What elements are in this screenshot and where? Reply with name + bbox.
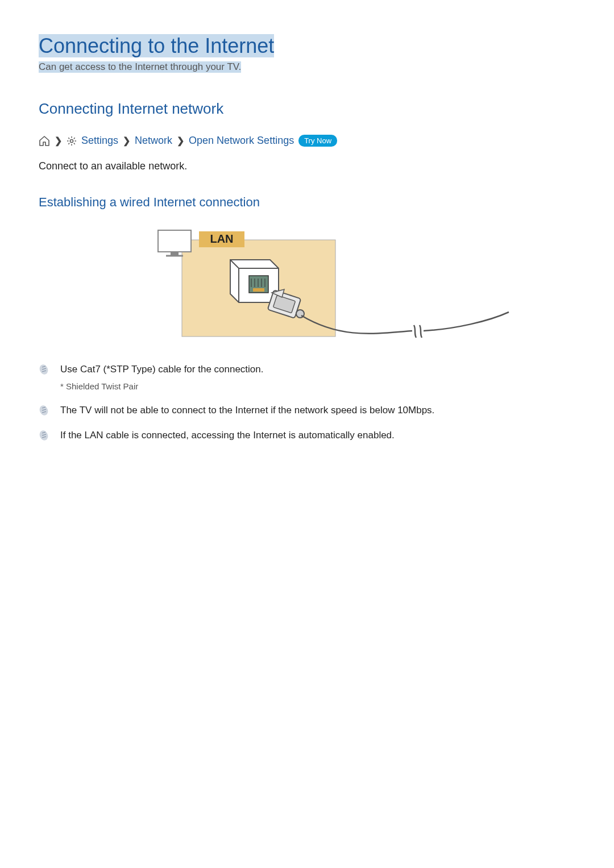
breadcrumb-settings[interactable]: Settings bbox=[81, 135, 118, 147]
page-title: Connecting to the Internet bbox=[39, 34, 274, 58]
notes-list: Use Cat7 (*STP Type) cable for the conne… bbox=[39, 362, 575, 442]
gear-icon bbox=[67, 136, 77, 146]
tv-icon bbox=[158, 230, 191, 256]
svg-rect-12 bbox=[171, 252, 179, 255]
try-now-badge[interactable]: Try Now bbox=[298, 135, 337, 147]
note-item: If the LAN cable is connected, accessing… bbox=[39, 428, 575, 443]
note-text: Use Cat7 (*STP Type) cable for the conne… bbox=[60, 362, 264, 377]
lan-connection-diagram: LAN bbox=[39, 226, 575, 345]
svg-line-7 bbox=[68, 143, 69, 144]
lan-label: LAN bbox=[210, 232, 233, 245]
svg-line-6 bbox=[74, 143, 75, 144]
svg-point-32 bbox=[39, 429, 49, 442]
chevron-icon: ❯ bbox=[123, 135, 130, 146]
subsection-title: Establishing a wired Internet connection bbox=[39, 195, 575, 210]
svg-line-5 bbox=[68, 138, 69, 139]
page-subtitle: Can get access to the Internet through y… bbox=[39, 61, 241, 73]
breadcrumb: ❯ Settings ❯ Network ❯ Open Network Sett… bbox=[39, 135, 575, 147]
home-icon bbox=[39, 136, 50, 146]
note-icon bbox=[39, 363, 49, 376]
note-text: If the LAN cable is connected, accessing… bbox=[60, 428, 395, 443]
breadcrumb-network[interactable]: Network bbox=[135, 135, 172, 147]
svg-rect-15 bbox=[253, 288, 264, 292]
svg-point-28 bbox=[39, 404, 49, 417]
note-text: The TV will not be able to connect to th… bbox=[60, 403, 434, 418]
breadcrumb-open-network-settings[interactable]: Open Network Settings bbox=[189, 135, 294, 147]
note-item: The TV will not be able to connect to th… bbox=[39, 403, 575, 418]
svg-rect-11 bbox=[158, 230, 191, 252]
svg-point-24 bbox=[39, 363, 49, 376]
lan-port-icon bbox=[230, 260, 279, 302]
note-icon bbox=[39, 429, 49, 442]
note-item: Use Cat7 (*STP Type) cable for the conne… bbox=[39, 362, 575, 393]
connect-network-text: Connect to an available network. bbox=[39, 160, 575, 172]
chevron-icon: ❯ bbox=[55, 135, 62, 146]
note-subtext: * Shielded Twist Pair bbox=[60, 380, 264, 393]
svg-point-0 bbox=[70, 139, 73, 142]
note-icon bbox=[39, 404, 49, 417]
section-title: Connecting Internet network bbox=[39, 100, 575, 118]
chevron-icon: ❯ bbox=[177, 135, 184, 146]
svg-line-8 bbox=[74, 138, 75, 139]
